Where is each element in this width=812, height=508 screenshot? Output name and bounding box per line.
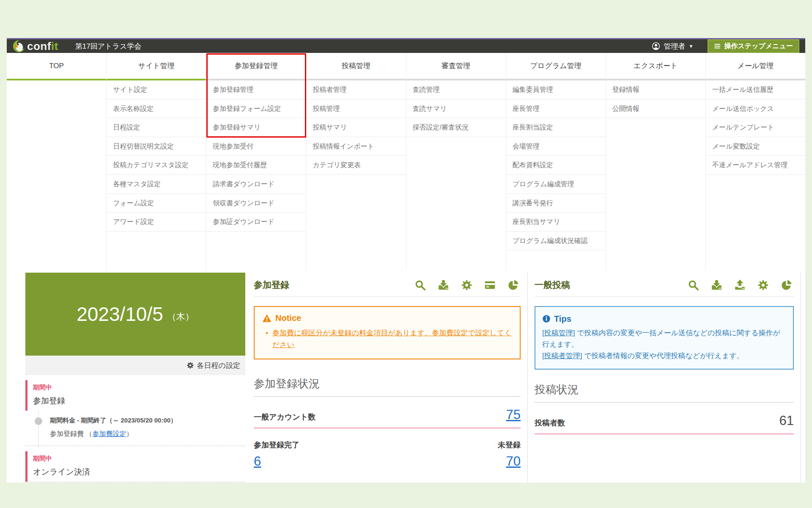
bullet: •	[266, 327, 268, 351]
nav-column-review: 審査管理 査読管理 査読サマリ 採否設定/審査状況	[406, 53, 506, 270]
menu-item[interactable]: メールテンプレート	[706, 118, 805, 137]
menu-item[interactable]: 請求書ダウンロード	[206, 175, 306, 194]
nav-items-mail: 一括メール送信履歴 メール送信ボックス メールテンプレート メール変数設定 不達…	[706, 80, 805, 270]
tab-export[interactable]: エクスポート	[606, 53, 705, 80]
credit-card-icon[interactable]	[484, 279, 496, 291]
menu-item[interactable]: 参加登録フォーム設定	[206, 99, 306, 119]
menu-item[interactable]: 投稿情報インポート	[306, 137, 406, 156]
menu-item[interactable]: 各種マスタ設定	[107, 175, 206, 194]
registration-fee-label: 参加登録費	[50, 430, 84, 437]
panel-title: 一般投稿	[535, 279, 570, 291]
submission-status-title: 投稿状況	[535, 382, 794, 403]
completed-label: 参加登録完了	[254, 440, 299, 450]
menu-item[interactable]: プログラム編成状況確認	[506, 232, 606, 251]
menu-item[interactable]: 採否設定/審査状況	[406, 118, 506, 137]
menu-item[interactable]: 日程設定	[107, 118, 206, 137]
notice-box: Notice • 参加費に税区分が未登録の料金項目があります。参加費設定で設定し…	[254, 306, 521, 359]
menu-item[interactable]: 講演番号発行	[506, 194, 606, 213]
menu-item[interactable]: 参加登録管理	[206, 80, 306, 99]
divider	[25, 482, 245, 483]
menu-item[interactable]: 座長管理	[506, 99, 606, 119]
period-fee-status: 期間料金 - 期間終了（～ 2023/05/20 00:00）	[50, 417, 245, 425]
paren-open: （	[85, 430, 92, 437]
schedule-item-title: 参加登録	[33, 395, 245, 406]
submission-management-link[interactable]: 投稿管理	[544, 329, 573, 337]
tab-mail-management[interactable]: メール管理	[706, 53, 805, 80]
user-label: 管理者	[664, 41, 685, 51]
upload-icon[interactable]	[734, 279, 746, 291]
menu-item[interactable]: 座長割当サマリ	[506, 213, 606, 232]
tips-text: で投稿者情報の変更や代理投稿などが行えます。	[582, 352, 743, 360]
menu-item[interactable]: メール送信ボックス	[706, 99, 805, 119]
menu-item[interactable]: 公開情報	[606, 99, 705, 119]
posters-count-label: 投稿者数	[535, 418, 565, 428]
nav-column-top: TOP	[7, 53, 106, 270]
tab-review-management[interactable]: 審査管理	[406, 53, 506, 80]
tab-top[interactable]: TOP	[7, 53, 106, 80]
menu-item[interactable]: 査読サマリ	[406, 99, 506, 119]
tab-program-management[interactable]: プログラム管理	[506, 53, 606, 80]
menu-item[interactable]: 表示名称設定	[107, 99, 206, 119]
submitter-management-link[interactable]: 投稿者管理	[544, 352, 580, 360]
tab-site-management[interactable]: サイト管理	[107, 53, 206, 80]
menu-item[interactable]: アワード設定	[107, 213, 206, 232]
search-icon[interactable]	[688, 279, 699, 291]
menu-item[interactable]: プログラム編成管理	[506, 175, 606, 194]
top-bar: confit 第17回アトラス学会 管理者 ▼ 操作ステップメニュー	[7, 38, 805, 53]
menu-item[interactable]: 参加登録サマリ	[206, 118, 306, 137]
menu-item[interactable]: 座長割当設定	[506, 118, 606, 137]
tips-title: Tips	[542, 312, 786, 326]
nav-items-submission: 投稿者管理 投稿管理 投稿サマリ 投稿情報インポート カテゴリ変更表	[306, 80, 406, 270]
fee-settings-link[interactable]: 参加費設定	[92, 430, 126, 437]
menu-item[interactable]: 参加証ダウンロード	[206, 213, 306, 232]
tips-box: Tips [投稿管理] で投稿内容の変更や一括メール送信などの投稿に関する操作が…	[535, 306, 794, 370]
account-count-value[interactable]: 75	[506, 408, 521, 422]
user-icon	[652, 42, 660, 50]
menu-item[interactable]: 日程切替説明文設定	[107, 137, 206, 156]
completed-value[interactable]: 6	[254, 454, 261, 469]
menu-item[interactable]: 投稿サマリ	[306, 118, 406, 137]
menu-item[interactable]: 配布資料設定	[506, 156, 606, 175]
dashboard: 2023/10/5 （木） 各日程の設定 期間中 参加登録 期間料金 - 期間終…	[7, 270, 805, 483]
tips-title-label: Tips	[554, 312, 571, 326]
nav-items-export: 登録情報 公開情報	[606, 80, 705, 270]
gear-icon	[187, 362, 194, 369]
confit-logo[interactable]: confit	[13, 40, 58, 52]
gear-icon[interactable]	[757, 279, 769, 291]
gear-icon[interactable]	[461, 279, 472, 291]
menu-item[interactable]: 領収書ダウンロード	[206, 194, 306, 213]
menu-item[interactable]: 現地参加受付	[206, 137, 306, 156]
menu-item[interactable]: 投稿カテゴリマスタ設定	[107, 156, 206, 175]
pie-chart-icon[interactable]	[508, 279, 519, 291]
timeline-dot-icon	[35, 417, 42, 425]
step-menu-button[interactable]: 操作ステップメニュー	[708, 39, 799, 53]
posters-count-value: 61	[779, 414, 794, 428]
user-menu[interactable]: 管理者 ▼	[652, 41, 693, 51]
notice-link[interactable]: 参加費に税区分が未登録の料金項目があります。参加費設定で設定してください	[272, 327, 512, 351]
menu-item[interactable]: 登録情報	[606, 80, 705, 99]
menu-item[interactable]: 会場管理	[506, 137, 606, 156]
download-icon[interactable]	[438, 279, 449, 291]
tab-registration-management[interactable]: 参加登録管理	[206, 53, 306, 80]
search-icon[interactable]	[414, 279, 426, 291]
tab-submission-management[interactable]: 投稿管理	[306, 53, 406, 80]
submission-panel: 一般投稿 Tips [投稿管理] で投稿内容の変更や一括メール送信などの投稿に関…	[535, 273, 801, 483]
menu-item[interactable]: 現地参加受付履歴	[206, 156, 306, 175]
menu-item[interactable]: 投稿管理	[306, 99, 406, 119]
menu-item[interactable]: 査読管理	[406, 80, 506, 99]
schedule-item-header: 期間中 参加登録	[25, 380, 245, 411]
menu-item[interactable]: 一括メール送信履歴	[706, 80, 805, 99]
menu-item[interactable]: 不達メールアドレス管理	[706, 156, 805, 175]
menu-item[interactable]: メール変数設定	[706, 137, 805, 156]
menu-item[interactable]: フォーム設定	[107, 194, 206, 213]
menu-item[interactable]: サイト設定	[107, 80, 206, 99]
date-settings-link[interactable]: 各日程の設定	[25, 356, 245, 375]
pie-chart-icon[interactable]	[781, 279, 792, 291]
nav-column-registration: 参加登録管理 参加登録管理 参加登録フォーム設定 参加登録サマリ 現地参加受付 …	[206, 53, 306, 270]
unregistered-value[interactable]: 70	[506, 454, 521, 469]
menu-item[interactable]: 編集委員管理	[506, 80, 606, 99]
schedule-sub-entry: 期間料金 - 期間終了（～ 2023/05/20 00:00） 参加登録費 （参…	[35, 412, 245, 442]
download-icon[interactable]	[711, 279, 722, 291]
menu-item[interactable]: カテゴリ変更表	[306, 156, 406, 175]
menu-item[interactable]: 投稿者管理	[306, 80, 406, 99]
